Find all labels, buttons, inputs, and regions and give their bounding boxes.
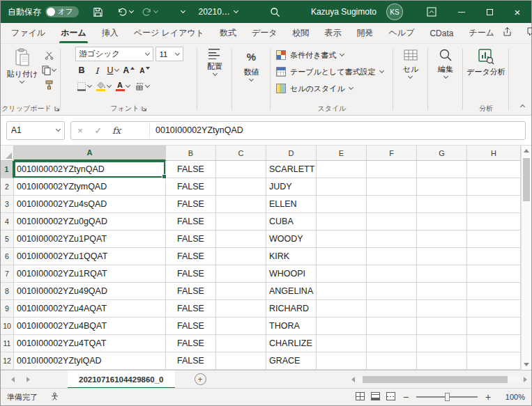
undo-button[interactable] — [113, 1, 137, 23]
ribbon-tab-page-layout[interactable]: ページ レイアウト — [126, 23, 212, 43]
ribbon-tab-help[interactable]: ヘルプ — [381, 23, 423, 43]
cell-H4[interactable] — [467, 213, 521, 231]
cell-F5[interactable] — [367, 231, 417, 248]
cell-styles-button[interactable]: セルのスタイル — [271, 80, 393, 97]
cell-B4[interactable]: FALSE — [166, 213, 216, 231]
cell-C12[interactable] — [216, 352, 266, 370]
cell-B3[interactable]: FALSE — [166, 196, 216, 213]
cell-D6[interactable]: KIRK — [266, 248, 317, 265]
ribbon-tab-cdata[interactable]: CData — [422, 23, 461, 43]
autosave-control[interactable]: 自動保存 オフ — [8, 6, 79, 18]
italic-button[interactable]: I — [91, 63, 104, 77]
zoom-slider[interactable] — [416, 396, 478, 398]
cell-C11[interactable] — [216, 335, 266, 352]
quick-access-menu-button[interactable] — [177, 1, 189, 23]
minimize-button[interactable] — [448, 1, 476, 23]
cell-F10[interactable] — [367, 318, 417, 335]
cell-D11[interactable]: CHARLIZE — [266, 335, 317, 352]
close-button[interactable]: × — [503, 1, 531, 23]
add-sheet-button[interactable]: + — [195, 373, 206, 385]
cell-C10[interactable] — [216, 318, 266, 335]
cut-button[interactable] — [40, 49, 57, 62]
cell-F7[interactable] — [367, 265, 417, 283]
redo-button[interactable] — [137, 1, 162, 23]
scroll-left-icon[interactable] — [351, 377, 355, 382]
cell-D3[interactable]: ELLEN — [266, 196, 317, 213]
cell-H8[interactable] — [467, 283, 521, 300]
user-name[interactable]: Kazuya Sugimoto — [311, 7, 377, 17]
copy-button[interactable] — [40, 63, 57, 77]
ribbon-tab-review[interactable]: 校閲 — [285, 23, 317, 43]
editing-button[interactable]: 編集 — [435, 45, 456, 102]
cell-D12[interactable]: GRACE — [266, 352, 317, 370]
font-dialog-launcher[interactable] — [142, 105, 147, 113]
avatar[interactable]: KS — [386, 3, 403, 20]
cell-F6[interactable] — [367, 248, 417, 265]
row-header-1[interactable]: 1 — [1, 161, 14, 178]
cell-C8[interactable] — [216, 283, 266, 300]
ribbon-tab-file[interactable]: ファイル — [3, 23, 53, 43]
cell-A6[interactable]: 0010I00002YZu1QQAT — [14, 248, 166, 265]
ribbon-tab-data[interactable]: データ — [244, 23, 285, 43]
column-header-H[interactable]: H — [467, 146, 521, 161]
cells-button[interactable]: セル — [400, 45, 422, 102]
sheet-tab-active[interactable]: 20210716104429860_0 — [68, 370, 175, 389]
cell-A9[interactable]: 0010I00002YZu4AQAT — [14, 300, 166, 318]
cell-C4[interactable] — [216, 213, 266, 231]
row-header-4[interactable]: 4 — [1, 213, 14, 231]
cell-G7[interactable] — [417, 265, 467, 283]
scroll-right-icon[interactable] — [524, 377, 527, 382]
zoom-level[interactable]: 100% — [501, 393, 525, 401]
cell-G6[interactable] — [417, 248, 467, 265]
cell-F4[interactable] — [367, 213, 417, 231]
cell-E1[interactable] — [317, 161, 367, 178]
cell-E2[interactable] — [317, 178, 367, 196]
sheet-nav-left-button[interactable] — [6, 370, 19, 389]
row-header-9[interactable]: 9 — [1, 300, 14, 318]
number-format-button[interactable]: % 数値 — [241, 45, 262, 102]
cell-D2[interactable]: JUDY — [266, 178, 317, 196]
row-header-6[interactable]: 6 — [1, 248, 14, 265]
cell-D4[interactable]: CUBA — [266, 213, 317, 231]
column-header-E[interactable]: E — [317, 146, 367, 161]
column-header-F[interactable]: F — [367, 146, 417, 161]
fill-color-button[interactable] — [95, 79, 112, 93]
cell-F2[interactable] — [367, 178, 417, 196]
cell-H9[interactable] — [467, 300, 521, 318]
cell-E3[interactable] — [317, 196, 367, 213]
v-scrollbar-thumb[interactable] — [523, 158, 530, 201]
cell-H2[interactable] — [467, 178, 521, 196]
cell-H1[interactable] — [467, 161, 521, 178]
column-header-A[interactable]: A — [14, 146, 166, 161]
cell-C9[interactable] — [216, 300, 266, 318]
cell-C2[interactable] — [216, 178, 266, 196]
cell-E12[interactable] — [317, 352, 367, 370]
accessibility-icon[interactable] — [50, 392, 59, 403]
cell-D1[interactable]: SCARLETT — [266, 161, 317, 178]
cell-A11[interactable]: 0010I00002YZu4TQAT — [14, 335, 166, 352]
cell-B1[interactable]: FALSE — [166, 161, 216, 178]
horizontal-scrollbar[interactable] — [351, 376, 527, 383]
cell-F8[interactable] — [367, 283, 417, 300]
cell-E9[interactable] — [317, 300, 367, 318]
cell-B9[interactable]: FALSE — [166, 300, 216, 318]
normal-view-button[interactable] — [356, 392, 365, 402]
comments-button[interactable] — [526, 26, 532, 40]
cell-G1[interactable] — [417, 161, 467, 178]
cell-D7[interactable]: WHOOPI — [266, 265, 317, 283]
ribbon-tab-insert[interactable]: 挿入 — [94, 23, 126, 43]
increase-font-size-button[interactable]: A — [122, 63, 137, 77]
cell-G4[interactable] — [417, 213, 467, 231]
cell-E7[interactable] — [317, 265, 367, 283]
cell-G5[interactable] — [417, 231, 467, 248]
ribbon-tab-formulas[interactable]: 数式 — [212, 23, 244, 43]
cell-B12[interactable]: FALSE — [166, 352, 216, 370]
cell-E5[interactable] — [317, 231, 367, 248]
cell-F12[interactable] — [367, 352, 417, 370]
select-all-button[interactable] — [1, 146, 14, 161]
cell-H12[interactable] — [467, 352, 521, 370]
ribbon-tab-view[interactable]: 表示 — [317, 23, 349, 43]
cell-C5[interactable] — [216, 231, 266, 248]
enter-button[interactable]: ✓ — [89, 122, 107, 139]
cell-B5[interactable]: FALSE — [166, 231, 216, 248]
